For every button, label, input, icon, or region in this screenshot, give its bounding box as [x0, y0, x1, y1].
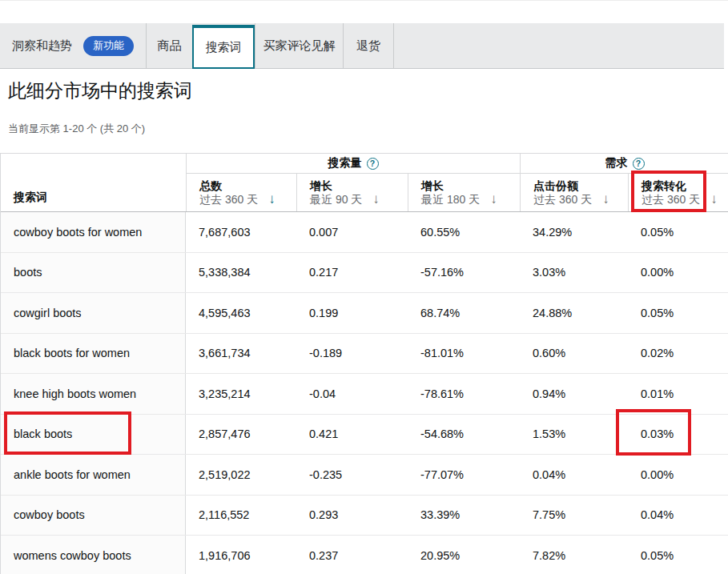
click-share-cell: 7.75%: [520, 496, 628, 536]
growth-90-cell: -0.189: [296, 334, 408, 374]
search-term-cell: cowboy boots: [1, 496, 186, 536]
click-share-cell: 0.94%: [520, 374, 628, 414]
tab-returns[interactable]: 退货: [344, 23, 394, 68]
help-icon[interactable]: ?: [367, 158, 379, 170]
group-header-demand-label: 需求: [605, 156, 628, 171]
click-share-cell: 24.88%: [520, 293, 628, 333]
table-group-header-row: 搜索量 ? 需求 ?: [1, 154, 728, 174]
column-header-search-conversion: 搜索转化 过去 360 天 ↓: [628, 174, 728, 211]
column-header-total-volume: 总数 过去 360 天 ↓: [186, 174, 296, 211]
growth-180-cell: 68.74%: [408, 293, 520, 333]
search-term-cell: ankle boots for women: [1, 455, 186, 495]
search-conversion-cell: 0.03%: [628, 415, 728, 455]
tab-bar: 洞察和趋势 新功能 商品 搜索词 买家评论见解 退货: [0, 23, 724, 69]
search-conversion-cell: 0.01%: [628, 374, 728, 414]
total-volume-cell: 3,661,734: [186, 334, 296, 374]
column-label: 搜索转化: [642, 179, 700, 193]
growth-180-cell: -77.07%: [408, 455, 520, 495]
growth-90-cell: 0.293: [296, 496, 408, 536]
group-header-demand: 需求 ?: [520, 154, 728, 174]
search-conversion-cell: 0.05%: [628, 293, 728, 333]
total-volume-cell: 3,235,214: [186, 374, 296, 414]
column-sublabel: 最近 90 天: [310, 193, 362, 207]
column-header-growth-90: 增长 最近 90 天 ↓: [296, 174, 408, 211]
click-share-cell: 0.60%: [520, 334, 628, 374]
column-header-growth-180-text: 增长 最近 180 天: [421, 179, 480, 207]
tab-insights-and-trends[interactable]: 洞察和趋势 新功能: [0, 23, 147, 68]
column-label: 点击份额: [533, 179, 592, 193]
growth-90-cell: 0.421: [296, 415, 408, 455]
column-header-growth-90-text: 增长 最近 90 天: [310, 179, 362, 207]
column-label: 总数: [199, 179, 258, 193]
table-column-header-row: 搜索词 总数 过去 360 天 ↓ 增长 最近 90 天 ↓ 增长 最近 180…: [1, 174, 728, 212]
sort-arrow-icon[interactable]: ↓: [372, 192, 380, 207]
table-row: cowgirl boots 4,595,463 0.199 68.74% 24.…: [1, 293, 728, 334]
total-volume-cell: 4,595,463: [186, 293, 296, 333]
table-row: ankle boots for women 2,519,022 -0.235 -…: [1, 455, 728, 496]
help-icon[interactable]: ?: [633, 158, 645, 170]
column-label: 增长: [421, 179, 480, 193]
search-term-cell: womens cowboy boots: [1, 536, 186, 574]
total-volume-cell: 2,519,022: [186, 455, 296, 495]
total-volume-cell: 7,687,603: [186, 212, 296, 252]
click-share-cell: 3.03%: [520, 253, 628, 293]
search-conversion-cell: 0.00%: [628, 253, 728, 293]
new-feature-badge: 新功能: [83, 36, 134, 56]
sort-arrow-icon[interactable]: ↓: [602, 192, 609, 207]
column-sublabel: 过去 360 天: [199, 193, 258, 207]
column-header-click-share: 点击份额 过去 360 天 ↓: [520, 174, 628, 211]
search-term-cell: black boots for women: [1, 334, 186, 374]
table-row: womens cowboy boots 1,916,706 0.237 20.9…: [1, 536, 728, 574]
sort-arrow-icon[interactable]: ↓: [268, 192, 276, 207]
growth-90-cell: 0.199: [296, 293, 408, 333]
group-header-spacer: [1, 154, 186, 174]
group-header-search-volume: 搜索量 ?: [186, 154, 520, 174]
column-header-click-share-text: 点击份额 过去 360 天: [533, 179, 592, 207]
column-sublabel: 过去 360 天: [533, 193, 592, 207]
sort-arrow-icon[interactable]: ↓: [490, 192, 497, 207]
group-header-search-volume-label: 搜索量: [328, 156, 362, 171]
growth-180-cell: -54.68%: [408, 415, 520, 455]
tab-products[interactable]: 商品: [147, 23, 192, 68]
growth-180-cell: -78.61%: [408, 374, 520, 414]
search-conversion-cell: 0.04%: [628, 496, 728, 536]
click-share-cell: 0.04%: [520, 455, 628, 495]
column-header-search-term: 搜索词: [1, 174, 186, 211]
table-row: cowboy boots 2,116,552 0.293 33.39% 7.75…: [1, 496, 728, 536]
growth-90-cell: -0.235: [296, 455, 408, 495]
tab-reviews-label: 买家评论见解: [263, 38, 336, 54]
page-title: 此细分市场中的搜索词: [8, 78, 192, 103]
table-row: boots 5,338,384 0.217 -57.16% 3.03% 0.00…: [1, 253, 728, 294]
growth-180-cell: 20.95%: [408, 536, 520, 574]
search-term-cell: boots: [1, 253, 186, 293]
results-count-text: 当前显示第 1-20 个 (共 20 个): [8, 122, 145, 136]
growth-90-cell: 0.007: [296, 212, 408, 252]
growth-90-cell: 0.217: [296, 253, 408, 293]
column-header-growth-180: 增长 最近 180 天 ↓: [408, 174, 520, 211]
column-sublabel: 过去 360 天: [642, 193, 700, 207]
search-conversion-cell: 0.05%: [628, 212, 728, 252]
search-conversion-cell: 0.00%: [628, 455, 728, 495]
total-volume-cell: 2,857,476: [186, 415, 296, 455]
growth-180-cell: -57.16%: [408, 253, 520, 293]
search-terms-table: 搜索量 ? 需求 ? 搜索词 总数 过去 360 天 ↓ 增长 最近 90 天 …: [0, 153, 728, 574]
tab-search-terms[interactable]: 搜索词: [192, 25, 255, 69]
search-term-cell: knee high boots women: [1, 374, 186, 414]
search-conversion-cell: 0.05%: [628, 536, 728, 574]
growth-180-cell: 33.39%: [408, 496, 520, 536]
table-row: black boots for women 3,661,734 -0.189 -…: [1, 334, 728, 375]
click-share-cell: 1.53%: [520, 415, 628, 455]
tab-products-label: 商品: [158, 38, 182, 54]
total-volume-cell: 2,116,552: [186, 496, 296, 536]
column-label: 增长: [310, 179, 362, 193]
click-share-cell: 34.29%: [520, 212, 628, 252]
search-term-cell: cowboy boots for women: [1, 212, 186, 252]
column-header-total-volume-text: 总数 过去 360 天: [199, 179, 258, 207]
table-row: knee high boots women 3,235,214 -0.04 -7…: [1, 374, 728, 415]
growth-90-cell: -0.04: [296, 374, 408, 414]
table-row: black boots 2,857,476 0.421 -54.68% 1.53…: [1, 415, 728, 456]
sort-arrow-icon[interactable]: ↓: [710, 192, 718, 207]
growth-90-cell: 0.237: [296, 536, 408, 574]
tab-customer-review-insights[interactable]: 买家评论见解: [255, 23, 344, 68]
table-row: cowboy boots for women 7,687,603 0.007 6…: [1, 212, 728, 253]
